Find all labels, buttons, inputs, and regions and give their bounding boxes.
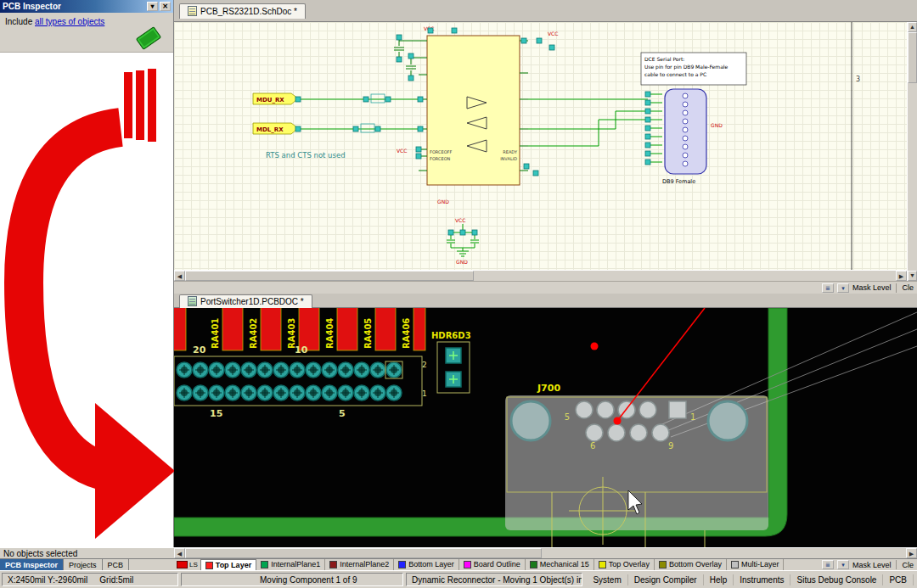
inspector-titlebar[interactable]: PCB Inspector ▾ ✕	[0, 0, 173, 13]
db9-connector[interactable]: DB9 Female	[662, 89, 706, 185]
layer-color-swatch	[261, 561, 268, 568]
scroll-right-icon[interactable]: ▶	[896, 271, 907, 281]
pin-label: READY	[503, 149, 518, 154]
scroll-down-icon[interactable]: ▼	[908, 271, 917, 281]
scroll-thumb[interactable]	[185, 548, 542, 558]
svg-text:HDR6D3: HDR6D3	[431, 331, 471, 340]
close-icon[interactable]: ✕	[160, 2, 171, 11]
include-types-link[interactable]: all types of objects	[35, 17, 104, 26]
pcb-horizontal-scrollbar[interactable]: ◀ ▶	[174, 547, 917, 558]
layer-tab-top-layer[interactable]: Top Layer	[200, 559, 256, 571]
schematic-vertical-scrollbar[interactable]: ▲ ▼	[907, 22, 917, 281]
menu-situs-debug-console[interactable]: Situs Debug Console	[790, 574, 883, 585]
svg-text:5: 5	[339, 408, 346, 419]
net-label-mdu-rx[interactable]: MDU_RX	[253, 93, 298, 104]
sheet-zone-label: 3	[856, 76, 860, 83]
svg-text:MDU_RX: MDU_RX	[256, 97, 284, 104]
connection-endpoint	[591, 343, 599, 350]
mounting-hole	[511, 401, 550, 440]
layer-tab-multi-layer[interactable]: Multi-Layer	[727, 559, 785, 570]
tab-pcb[interactable]: PCB	[103, 559, 130, 570]
clear-button[interactable]: Cle	[902, 561, 914, 569]
svg-text:DCE Serial Port:: DCE Serial Port:	[644, 56, 684, 62]
schematic-document-tab[interactable]: PCB_RS2321D.SchDoc *	[179, 3, 306, 19]
chevron-down-icon[interactable]: ▾	[837, 560, 849, 569]
mask-level-label[interactable]: Mask Level	[852, 283, 892, 292]
menu-pcb[interactable]: PCB	[883, 574, 914, 585]
pcb-inspector-panel: PCB Inspector ▾ ✕ Include all types of o…	[0, 0, 173, 53]
net-wires-right	[528, 94, 662, 162]
scroll-up-icon[interactable]: ▲	[908, 22, 917, 32]
net-wires-left	[298, 99, 419, 129]
layer-color-swatch	[205, 562, 213, 569]
layer-color-swatch	[530, 561, 537, 568]
svg-text:6: 6	[590, 441, 595, 451]
scroll-left-icon[interactable]: ◀	[174, 548, 185, 558]
tab-projects[interactable]: Projects	[64, 559, 103, 570]
gnd-power-label: GND	[711, 122, 723, 128]
scroll-thumb[interactable]	[185, 271, 474, 281]
pcb-document-icon	[188, 296, 197, 306]
layer-tab-mechanical-15[interactable]: Mechanical 15	[526, 559, 594, 570]
layer-tab-internalplane1[interactable]: InternalPlane1	[256, 559, 325, 570]
layer-set-swatch[interactable]	[177, 561, 188, 568]
svg-text:1: 1	[422, 389, 427, 398]
layer-color-swatch	[398, 561, 406, 568]
pcb-document-tab[interactable]: PortSwitcher1D.PCBDOC *	[179, 294, 312, 308]
chevron-down-icon[interactable]: ▾	[837, 283, 849, 293]
connection-endpoint	[614, 417, 622, 425]
layer-set-label[interactable]: LS	[189, 561, 198, 568]
vcc-power-label: VCC	[548, 31, 558, 36]
schematic-document-icon	[188, 6, 197, 16]
altium-window: PCB Inspector ▾ ✕ Include all types of o…	[0, 0, 917, 588]
svg-text:10: 10	[295, 344, 308, 356]
scroll-right-icon[interactable]: ▶	[906, 548, 917, 558]
tab-pcb-inspector[interactable]: PCB Inspector	[0, 559, 64, 570]
svg-text:Use pin for pin DB9 Male-Femal: Use pin for pin DB9 Male-Female	[644, 64, 728, 70]
svg-text:5: 5	[565, 412, 570, 422]
filter-icon[interactable]: ≣	[822, 283, 834, 293]
layer-tab-bottom-layer[interactable]: Bottom Layer	[394, 559, 459, 570]
mode-status-cell: Dynamic Reconnector - Moving 1 Object(s)…	[406, 573, 582, 586]
svg-text:RA401: RA401	[211, 318, 220, 349]
include-label: Include	[5, 17, 32, 26]
schematic-canvas[interactable]: 3 FORCEOFF FORCEON READY INVALID	[174, 22, 907, 270]
inspector-title: PCB Inspector	[3, 2, 145, 11]
grid-setting: Grid:5mil	[99, 575, 133, 585]
clear-button[interactable]: Cle	[902, 283, 914, 292]
svg-text:VCC: VCC	[455, 217, 465, 223]
chevron-down-icon[interactable]: ▾	[147, 2, 158, 11]
pcb-canvas[interactable]: RA401 RA402 RA403 RA404 RA405 RA406	[174, 308, 917, 547]
menu-design-compiler[interactable]: Design Compiler	[628, 574, 704, 585]
db9-label: DB9 Female	[662, 178, 695, 185]
menu-system[interactable]: System	[587, 574, 627, 585]
net-label-mdl-rx[interactable]: MDL_RX	[253, 123, 298, 134]
scroll-left-icon[interactable]: ◀	[174, 271, 185, 281]
filter-icon[interactable]: ≣	[822, 560, 834, 569]
decoupling-circuit: VCC GND	[447, 217, 479, 265]
schematic-tab-label: PCB_RS2321D.SchDoc *	[200, 7, 297, 16]
layer-tab-board-outline[interactable]: Board Outline	[459, 559, 526, 570]
menu-help[interactable]: Help	[704, 574, 734, 585]
pcb-tab-label: PortSwitcher1D.PCBDOC *	[200, 297, 304, 306]
scroll-thumb[interactable]	[908, 32, 917, 83]
coordinates-cell: X:2450mil Y:-2960mil Grid:5mil	[2, 573, 178, 586]
j700-label: J700	[537, 383, 560, 394]
schematic-annotation: RTS and CTS not used	[266, 151, 346, 160]
panel-access-bar: System Design Compiler Help Instruments …	[585, 573, 915, 586]
menu-instruments[interactable]: Instruments	[734, 574, 790, 585]
layer-tab-bottom-overlay[interactable]: Bottom Overlay	[655, 559, 727, 570]
layer-tab-bar: LS Top Layer InternalPlane1 InternalPlan…	[174, 558, 917, 570]
pin-label: INVALID	[500, 156, 517, 161]
layer-tab-top-overlay[interactable]: Top Overlay	[594, 559, 655, 570]
mask-level-label[interactable]: Mask Level	[852, 561, 892, 569]
svg-text:RA405: RA405	[363, 318, 373, 349]
layer-color-swatch	[599, 561, 606, 568]
layer-tab-internalplane2[interactable]: InternalPlane2	[325, 559, 394, 570]
layer-color-swatch	[329, 561, 337, 568]
schematic-horizontal-scrollbar[interactable]: ◀ ▶	[174, 270, 907, 281]
svg-text:9: 9	[668, 441, 673, 451]
pin-label: FORCEON	[430, 156, 451, 161]
rs232-transceiver-ic[interactable]: FORCEOFF FORCEON READY INVALID	[419, 36, 528, 185]
pcb-board-icon	[136, 26, 161, 50]
